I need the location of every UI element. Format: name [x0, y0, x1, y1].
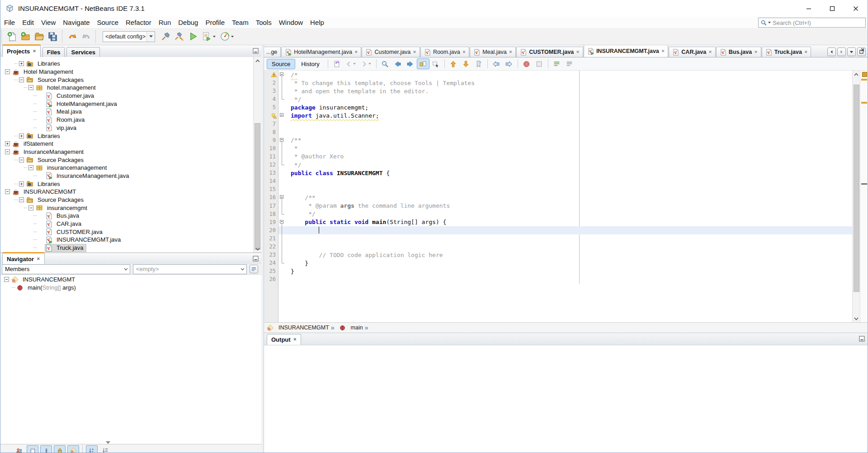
editor-tab-meal-java[interactable]: Meal.java✕ — [470, 47, 516, 57]
toggle-rectangular-selection-button[interactable] — [429, 58, 442, 69]
fold-margin[interactable] — [278, 275, 287, 283]
warnings-indicator[interactable] — [862, 72, 867, 77]
code-line-21[interactable]: 21 — [264, 234, 852, 243]
caret-mark[interactable] — [861, 183, 867, 185]
fold-margin[interactable] — [278, 79, 287, 87]
new-project-button[interactable] — [19, 30, 32, 43]
tree-item-source-packages[interactable]: Source Packages — [0, 196, 253, 204]
code-editor[interactable]: /*2 * To change this template, choose To… — [264, 71, 852, 322]
close-icon[interactable]: ✕ — [354, 50, 358, 54]
tab-output[interactable]: Output ✕ — [267, 334, 301, 345]
navigator-minimize-icon[interactable] — [253, 256, 259, 262]
close-icon[interactable]: ✕ — [293, 334, 297, 345]
tree-item-hotelmanagement-java[interactable]: HotelManagement.java — [0, 100, 253, 108]
undo-button[interactable] — [66, 30, 79, 43]
code-line-24[interactable]: 24 } — [264, 259, 852, 267]
editor-tab--ge[interactable]: ...ge — [264, 47, 281, 57]
tree-item-libraries[interactable]: Libraries — [0, 132, 253, 140]
navigator-sort-options-button[interactable] — [250, 265, 258, 273]
code-line-10[interactable]: 10 * — [264, 144, 852, 153]
collapse-icon[interactable] — [28, 85, 33, 90]
warning-mark[interactable] — [861, 79, 867, 81]
shift-line-left-button[interactable] — [490, 58, 503, 69]
line-number[interactable]: 22 — [264, 243, 278, 250]
scroll-up-icon[interactable] — [254, 57, 261, 64]
chevron-down-icon[interactable] — [238, 268, 246, 271]
tree-item-vip-java[interactable]: vip.java — [0, 124, 253, 132]
projects-tree[interactable]: LibrariesHotel ManagementSource Packages… — [0, 57, 253, 253]
expand-icon[interactable] — [5, 141, 10, 146]
code-line-22[interactable]: 22 — [264, 243, 852, 251]
tree-item-customer-java[interactable]: Customer.java — [0, 92, 253, 100]
editor-tab-customer-java[interactable]: Customer.java✕ — [362, 47, 420, 57]
editor-tab-truck-java[interactable]: Truck.java✕ — [762, 47, 811, 57]
fold-margin[interactable] — [278, 95, 287, 103]
collapse-icon[interactable] — [5, 149, 10, 154]
menu-item-refactor[interactable]: Refactor — [122, 17, 155, 28]
build-project-button[interactable] — [159, 30, 172, 43]
bulb-gutter-icon[interactable] — [264, 113, 278, 119]
close-icon[interactable]: ✕ — [576, 50, 580, 54]
run-project-button[interactable] — [186, 30, 199, 43]
combo-dropdown-icon[interactable] — [146, 32, 155, 42]
toggle-highlight-search-button[interactable] — [417, 58, 429, 69]
menu-item-team[interactable]: Team — [228, 17, 252, 28]
back-button[interactable] — [343, 58, 359, 69]
line-number[interactable]: 3 — [264, 88, 278, 94]
show-inherited-members-button[interactable] — [13, 445, 25, 453]
menu-item-window[interactable]: Window — [275, 17, 307, 28]
line-number[interactable]: 24 — [264, 260, 278, 266]
line-number[interactable]: 11 — [264, 153, 278, 160]
fold-margin[interactable] — [278, 234, 287, 243]
menu-item-edit[interactable]: Edit — [19, 17, 38, 28]
code-line-16[interactable]: 16 /** — [264, 193, 852, 201]
toggle-breakpoint-button[interactable] — [520, 58, 533, 69]
debug-dropdown-caret-icon[interactable] — [213, 36, 216, 38]
code-line-18[interactable]: 18 */ — [264, 210, 852, 218]
filter-text-select[interactable]: <empty> — [133, 264, 247, 274]
members-view-select[interactable]: Members — [2, 264, 130, 274]
code-line-9[interactable]: 9/** — [264, 136, 852, 144]
menu-item-run[interactable]: Run — [155, 17, 175, 28]
tree-item-insurancemanagement[interactable]: InsuranceManagement — [0, 148, 253, 156]
tab-services[interactable]: Services — [66, 47, 100, 57]
tree-item-meal-java[interactable]: Meal.java — [0, 108, 253, 116]
code-line-15[interactable]: 15 — [264, 185, 852, 193]
line-number[interactable]: 8 — [264, 129, 278, 135]
close-icon[interactable]: ✕ — [754, 50, 758, 54]
line-number[interactable]: 19 — [264, 219, 278, 225]
close-icon[interactable]: ✕ — [708, 50, 712, 54]
collapse-icon[interactable] — [28, 205, 33, 210]
scroll-up-icon[interactable] — [853, 71, 860, 78]
code-line-26[interactable]: 26 — [264, 275, 852, 283]
close-icon[interactable]: ✕ — [413, 50, 416, 54]
code-line-19[interactable]: 19 public static void main(String[] args… — [264, 218, 852, 226]
fold-margin[interactable] — [278, 161, 287, 169]
tree-item-insurancemgmt[interactable]: INSURANCEMGMT — [0, 188, 253, 196]
find-next-occurrence-button[interactable] — [404, 58, 417, 69]
line-number[interactable]: 2 — [264, 80, 278, 86]
warning-mark[interactable] — [861, 102, 867, 104]
last-edit-location-button[interactable] — [330, 58, 343, 69]
code-line-12[interactable]: 12 */ — [264, 161, 852, 169]
tab-projects[interactable]: Projects✕ — [2, 44, 41, 57]
code-line-25[interactable]: 25} — [264, 267, 852, 275]
code-line-3[interactable]: 3 * and open the template in the editor. — [264, 87, 852, 95]
comment-lines-button[interactable] — [551, 58, 563, 69]
collapse-icon[interactable] — [19, 77, 24, 82]
close-icon[interactable]: ✕ — [462, 50, 466, 54]
find-previous-occurrence-button[interactable] — [392, 58, 404, 69]
line-number[interactable]: 18 — [264, 211, 278, 217]
collapse-handle-icon[interactable] — [106, 441, 110, 444]
code-line-7[interactable]: 7 — [264, 120, 852, 128]
fold-margin[interactable] — [278, 226, 287, 234]
navigator-member-main[interactable]: main(String[] args) — [0, 284, 261, 292]
close-icon[interactable]: ✕ — [804, 50, 808, 54]
search-input[interactable] — [771, 19, 865, 26]
fold-margin[interactable] — [278, 218, 287, 226]
line-number[interactable]: 5 — [264, 104, 278, 110]
output-content[interactable] — [264, 345, 868, 453]
profile-dropdown-caret-icon[interactable] — [231, 36, 234, 38]
editor-tab-insurancemgmt-java[interactable]: INSURANCEMGMT.java✕ — [584, 45, 668, 57]
code-line-4[interactable]: 4 */ — [264, 95, 852, 103]
